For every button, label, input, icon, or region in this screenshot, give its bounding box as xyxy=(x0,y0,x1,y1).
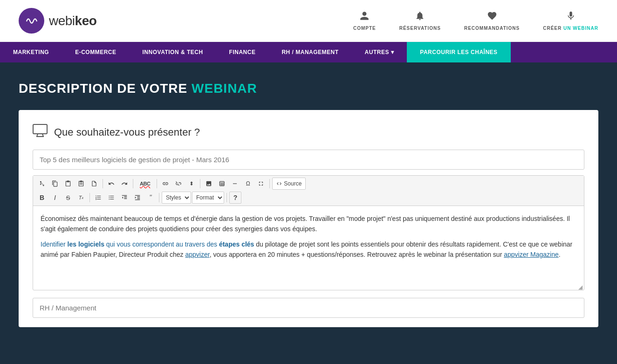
page-title-normal: DESCRIPTION DE VOTRE xyxy=(19,81,192,96)
toolbar-row-1: ABС xyxy=(36,178,581,190)
styles-dropdown[interactable]: Styles xyxy=(162,192,191,204)
editor-text-blue: Identifier les logiciels qui vous corres… xyxy=(41,240,254,248)
unlink-button[interactable] xyxy=(172,178,185,190)
nav-innovation[interactable]: INNOVATION & TECH xyxy=(130,42,216,62)
ordered-list-button[interactable] xyxy=(92,192,104,204)
editor-toolbar: ABС xyxy=(33,176,584,206)
resize-handle[interactable]: ◢ xyxy=(578,284,583,289)
nav-ecommerce[interactable]: E-COMMERCE xyxy=(62,42,129,62)
bell-icon xyxy=(415,11,425,24)
logo-icon xyxy=(19,8,44,34)
site-header: webikeo COMPTE RÉSERVATIONS RECOMMANDATI… xyxy=(0,0,617,42)
nav-parcourir[interactable]: PARCOURIR LES CHAÎNES xyxy=(407,42,510,62)
toolbar-row-2: B I S Tx xyxy=(36,192,581,204)
decrease-indent-button[interactable] xyxy=(118,192,130,204)
nav-recommandations[interactable]: RECOMMANDATIONS xyxy=(464,11,520,31)
editor-paragraph-1: Économisez dès maintenant beaucoup de te… xyxy=(41,213,576,234)
person-icon xyxy=(359,11,370,24)
format-dropdown[interactable]: Format xyxy=(192,192,224,204)
nav-finance[interactable]: FINANCE xyxy=(216,42,269,62)
nav-reservations-label: RÉSERVATIONS xyxy=(399,26,441,31)
italic-button[interactable]: I xyxy=(49,192,61,204)
paste-word-button[interactable] xyxy=(88,178,100,190)
webinar-title-input[interactable] xyxy=(33,150,584,170)
editor-paragraph-2: Identifier les logiciels qui vous corres… xyxy=(41,239,576,260)
header-nav: COMPTE RÉSERVATIONS RECOMMANDATIONS CRÉE… xyxy=(353,11,598,31)
nav-creer-highlight: UN WEBINAR xyxy=(563,26,598,31)
hr-button[interactable] xyxy=(229,178,241,190)
card-question-text: Que souhaitez-vous présenter ? xyxy=(54,126,200,138)
maximize-button[interactable] xyxy=(255,178,267,190)
svg-rect-1 xyxy=(33,124,47,134)
page-content: DESCRIPTION DE VOTRE WEBINAR Que souhait… xyxy=(0,62,617,364)
editor-bold-etapes: étapes clés xyxy=(219,240,254,248)
rich-text-editor: ABС xyxy=(33,175,584,290)
nav-recommandations-label: RECOMMANDATIONS xyxy=(464,26,520,31)
card-question-area: Que souhaitez-vous présenter ? xyxy=(33,124,584,140)
toolbar-sep-3 xyxy=(157,179,157,188)
toolbar-sep-8 xyxy=(226,193,227,202)
toolbar-sep-1 xyxy=(103,179,103,188)
toolbar-sep-6 xyxy=(89,193,90,202)
source-button[interactable]: Source xyxy=(272,178,306,190)
editor-link-appvizer[interactable]: appvizer xyxy=(185,251,210,258)
page-title: DESCRIPTION DE VOTRE WEBINAR xyxy=(19,81,598,96)
clear-format-button[interactable]: Tx xyxy=(75,192,87,204)
toolbar-sep-4 xyxy=(200,179,200,188)
strikethrough-button[interactable]: S xyxy=(62,192,74,204)
nav-compte-label: COMPTE xyxy=(353,26,376,31)
category-navbar: MARKETING E-COMMERCE INNOVATION & TECH F… xyxy=(0,42,617,62)
blockquote-button[interactable]: " xyxy=(144,192,157,204)
nav-rh[interactable]: RH / MANAGEMENT xyxy=(268,42,351,62)
copy-button[interactable] xyxy=(49,178,61,190)
logo[interactable]: webikeo xyxy=(19,8,96,34)
undo-button[interactable] xyxy=(105,178,117,190)
link-button[interactable] xyxy=(159,178,171,190)
nav-reservations[interactable]: RÉSERVATIONS xyxy=(399,11,441,31)
unordered-list-button[interactable] xyxy=(105,192,117,204)
table-button[interactable] xyxy=(216,178,228,190)
toolbar-sep-2 xyxy=(133,179,133,188)
page-title-highlight: WEBINAR xyxy=(192,81,257,96)
nav-creer[interactable]: CRÉER UN WEBINAR xyxy=(543,11,598,31)
logo-text: webikeo xyxy=(49,14,96,28)
monitor-icon xyxy=(33,124,48,140)
nav-creer-label: CRÉER UN WEBINAR xyxy=(543,26,598,31)
editor-link-appvizer-magazine[interactable]: appvizer Magazine xyxy=(504,251,559,258)
nav-marketing[interactable]: MARKETING xyxy=(0,42,62,62)
bold-button[interactable]: B xyxy=(36,192,48,204)
toolbar-sep-5 xyxy=(269,179,270,188)
special-char-button[interactable]: Ω xyxy=(242,178,254,190)
heart-icon xyxy=(487,11,497,24)
cut-button[interactable] xyxy=(36,178,48,190)
help-button[interactable]: ? xyxy=(229,192,241,204)
source-label: Source xyxy=(284,180,302,187)
editor-bold-logiciels: les logiciels xyxy=(68,240,104,248)
category-input[interactable] xyxy=(33,298,584,318)
spellcheck-button[interactable]: ABС xyxy=(136,178,154,190)
paste-plain-button[interactable] xyxy=(75,178,87,190)
nav-compte[interactable]: COMPTE xyxy=(353,11,376,31)
paste-button[interactable] xyxy=(62,178,74,190)
redo-button[interactable] xyxy=(118,178,130,190)
mic-icon xyxy=(566,11,576,24)
anchor-button[interactable] xyxy=(185,178,198,190)
svg-point-0 xyxy=(23,13,40,29)
form-card: Que souhaitez-vous présenter ? xyxy=(19,110,598,327)
toolbar-sep-7 xyxy=(159,193,159,202)
editor-content[interactable]: Économisez dès maintenant beaucoup de te… xyxy=(33,206,584,290)
nav-autres[interactable]: AUTRES ▾ xyxy=(352,42,407,62)
increase-indent-button[interactable] xyxy=(131,192,144,204)
image-button[interactable] xyxy=(203,178,215,190)
